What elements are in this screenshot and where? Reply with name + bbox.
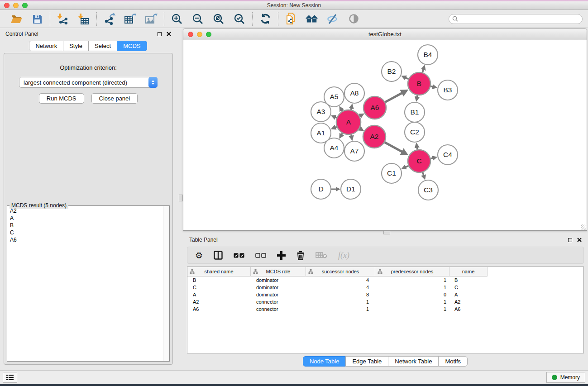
- show-all-icon[interactable]: [347, 13, 360, 25]
- table-row[interactable]: Adominator80A: [187, 291, 583, 298]
- run-mcds-button[interactable]: Run MCDS: [39, 93, 84, 104]
- node-B2[interactable]: B2: [382, 62, 402, 81]
- search-input[interactable]: [460, 16, 579, 22]
- network-close-button[interactable]: [188, 32, 193, 37]
- node-A6[interactable]: A6: [363, 96, 386, 119]
- function-builder-icon[interactable]: f(x): [338, 250, 349, 261]
- network-zoom-button[interactable]: [206, 32, 211, 37]
- node-A2[interactable]: A2: [363, 125, 386, 148]
- edge-A-A3[interactable]: [332, 116, 337, 118]
- deselect-all-icon[interactable]: [255, 250, 266, 261]
- zoom-fit-icon[interactable]: [212, 13, 225, 25]
- result-item[interactable]: C: [10, 229, 163, 236]
- edge-A6-B[interactable]: [385, 91, 406, 102]
- edge-C-C1[interactable]: [402, 166, 409, 168]
- node-A[interactable]: A: [336, 110, 361, 134]
- export-network-icon[interactable]: [103, 13, 116, 25]
- new-network-from-selection-icon[interactable]: [285, 13, 297, 25]
- edge-B-B1[interactable]: [416, 95, 417, 100]
- save-session-icon[interactable]: [31, 13, 43, 25]
- close-panel-icon[interactable]: [167, 32, 171, 36]
- node-A8[interactable]: A8: [344, 83, 364, 103]
- zoom-in-icon[interactable]: [171, 13, 183, 25]
- close-table-panel-icon[interactable]: [577, 238, 582, 242]
- hide-selected-icon[interactable]: [326, 13, 339, 25]
- result-item[interactable]: B: [10, 222, 163, 229]
- result-item[interactable]: A: [10, 214, 163, 222]
- task-history-button[interactable]: [3, 372, 17, 383]
- zoom-selected-icon[interactable]: [233, 13, 246, 25]
- edge-B-B2[interactable]: [402, 76, 409, 79]
- tab-network[interactable]: Network: [29, 41, 63, 51]
- search-box[interactable]: [449, 14, 583, 24]
- close-panel-button[interactable]: Close panel: [91, 93, 138, 104]
- node-A4[interactable]: A4: [324, 138, 344, 158]
- select-all-icon[interactable]: [234, 250, 244, 261]
- result-item[interactable]: A6: [10, 236, 163, 243]
- import-network-icon[interactable]: [57, 13, 69, 25]
- mcds-result-list[interactable]: A2ABCA6: [8, 207, 163, 360]
- zoom-window-button[interactable]: [22, 3, 28, 8]
- float-table-panel-icon[interactable]: [568, 238, 572, 242]
- edge-A-A4[interactable]: [340, 133, 343, 138]
- minimize-window-button[interactable]: [13, 3, 19, 8]
- open-session-icon[interactable]: [10, 13, 23, 25]
- float-panel-icon[interactable]: [158, 32, 162, 36]
- edge-C-C3[interactable]: [422, 172, 425, 179]
- resize-grip[interactable]: [581, 224, 586, 230]
- tab-network-table[interactable]: Network Table: [388, 356, 439, 367]
- edge-A-A6[interactable]: [359, 114, 363, 116]
- node-D[interactable]: D: [311, 179, 331, 199]
- close-window-button[interactable]: [4, 3, 10, 8]
- add-column-icon[interactable]: [277, 250, 286, 261]
- column-header-shared-name[interactable]: shared name: [187, 267, 251, 276]
- node-B4[interactable]: B4: [418, 45, 438, 65]
- edge-A2-C[interactable]: [384, 142, 406, 154]
- edge-A-A1[interactable]: [332, 127, 337, 129]
- tab-select[interactable]: Select: [88, 41, 117, 51]
- result-list-scrollbar[interactable]: [163, 206, 169, 361]
- edge-B-B4[interactable]: [422, 67, 424, 73]
- node-C2[interactable]: C2: [405, 122, 425, 142]
- edge-C-C4[interactable]: [430, 157, 435, 159]
- node-C1[interactable]: C1: [382, 163, 402, 183]
- node-A3[interactable]: A3: [311, 102, 331, 122]
- network-graph[interactable]: B4B2BB3A5A8A6B1A3AC2A1A2A4A7C4CC1DD1C3: [183, 41, 587, 230]
- tab-node-table[interactable]: Node Table: [303, 356, 346, 367]
- export-image-icon[interactable]: [145, 13, 158, 25]
- tab-edge-table[interactable]: Edge Table: [345, 356, 388, 367]
- edge-B-B3[interactable]: [430, 86, 435, 87]
- memory-button[interactable]: Memory: [546, 372, 585, 383]
- column-header-predecessor-nodes[interactable]: predecessor nodes: [375, 267, 449, 276]
- column-header-MCDS-role[interactable]: MCDS role: [251, 267, 306, 276]
- network-canvas[interactable]: B4B2BB3A5A8A6B1A3AC2A1A2A4A7C4CC1DD1C3: [183, 41, 587, 230]
- column-header-name[interactable]: name: [449, 267, 488, 276]
- node-D1[interactable]: D1: [341, 179, 361, 199]
- table-row[interactable]: Cdominator41C: [187, 284, 583, 291]
- table-row[interactable]: A6connector11A6: [187, 305, 583, 313]
- node-A7[interactable]: A7: [344, 141, 364, 161]
- delete-table-icon[interactable]: [316, 250, 327, 261]
- network-window-titlebar[interactable]: testGlobe.txt: [183, 29, 587, 40]
- vertical-splitter-handle[interactable]: [179, 195, 183, 201]
- import-table-icon[interactable]: [77, 13, 90, 25]
- column-header-successor-nodes[interactable]: successor nodes: [306, 267, 375, 276]
- table-row[interactable]: Bdominator41B: [187, 276, 583, 284]
- node-B[interactable]: B: [408, 72, 430, 95]
- settings-icon[interactable]: ⚙: [195, 250, 203, 261]
- export-table-icon[interactable]: [124, 13, 137, 25]
- optimization-criterion-dropdown[interactable]: largest connected component (directed): [19, 77, 158, 88]
- refresh-icon[interactable]: [259, 13, 272, 25]
- node-B1[interactable]: B1: [405, 102, 425, 122]
- first-neighbors-icon[interactable]: [306, 13, 318, 25]
- tab-motifs[interactable]: Motifs: [438, 356, 468, 367]
- node-C3[interactable]: C3: [418, 180, 438, 200]
- node-C4[interactable]: C4: [438, 145, 458, 165]
- result-item[interactable]: A2: [10, 207, 163, 214]
- edge-A-A5[interactable]: [340, 107, 342, 111]
- table-row[interactable]: A2connector11A2: [187, 298, 583, 305]
- delete-column-icon[interactable]: [296, 250, 305, 261]
- split-view-icon[interactable]: [214, 250, 223, 261]
- tab-style[interactable]: Style: [63, 41, 89, 51]
- edge-A-A8[interactable]: [351, 105, 352, 110]
